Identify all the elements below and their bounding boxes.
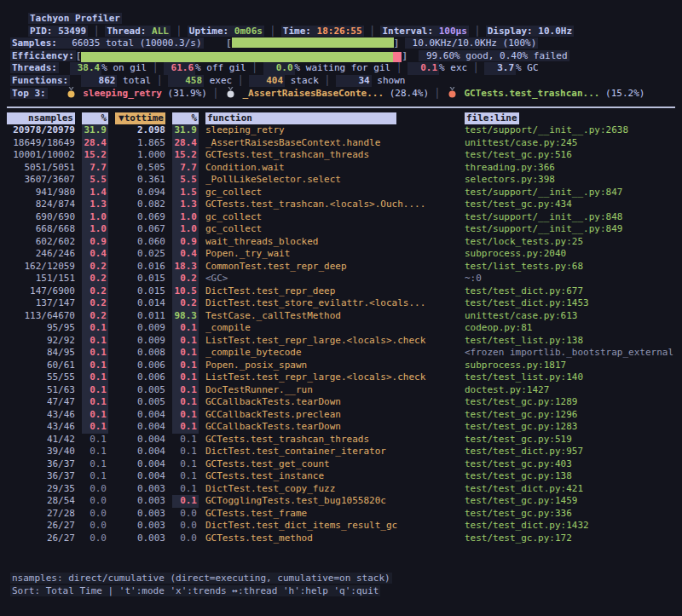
cell-file-line: test/test_gc.py:516	[465, 149, 675, 162]
top3-label: Top 3:	[10, 88, 48, 99]
cell-percent-direct: 0.1	[82, 434, 108, 446]
column-header-pct2[interactable]: %	[172, 112, 199, 124]
separator: │	[364, 26, 381, 37]
table-row[interactable]: 41/420.10.0040.1GCTests.test_trashcan_th…	[7, 434, 675, 446]
cell-percent-cumulative: 0.1	[172, 483, 199, 496]
table-row[interactable]: 29/350.00.0030.1DictTest.test_copy_fuzzt…	[7, 483, 675, 496]
table-row[interactable]: 10001/1000215.21.00015.2GCTests.test_tra…	[7, 149, 675, 162]
cell-percent-direct: 0.1	[82, 396, 108, 409]
table-row[interactable]: 162/120590.20.01618.3CommonTest.test_rep…	[7, 261, 675, 273]
separator: │	[429, 88, 446, 99]
cell-percent-cumulative: 0.0	[172, 533, 199, 545]
cell-file-line: doctest.py:1427	[465, 384, 675, 397]
column-header-tottime[interactable]: ▼tottime	[115, 112, 165, 124]
info-value: 0m06s	[234, 26, 263, 37]
table-row[interactable]: 3607/36075.50.3615.5_PollLikeSelector.se…	[7, 174, 675, 187]
efficiency-label: Efficiency:	[10, 50, 76, 61]
table-row[interactable]: 43/460.10.0040.1GCCallbackTests.preclean…	[7, 409, 675, 422]
header: Tachyon Profiler PID: 53499 │ Thread: AL…	[0, 0, 682, 100]
cell-percent-direct: 1.4	[82, 187, 108, 199]
table-row[interactable]: 26/270.00.0030.0DictTest.test_dict_items…	[7, 520, 675, 533]
efficiency-line: Efficiency:[] 99.60% good, 0.40% failed	[10, 50, 682, 63]
cell-tottime: 0.025	[115, 248, 165, 261]
table-row[interactable]: 5051/50517.70.5057.7Condition.waitthread…	[7, 162, 675, 175]
cell-nsamples: 20978/20979	[7, 124, 75, 137]
table-row[interactable]: 246/2460.40.0250.4Popen._try_waitsubproc…	[7, 248, 675, 261]
table-row[interactable]: 27/280.00.0030.0GCTests.test_frametest/t…	[7, 508, 675, 521]
cell-tottime: 0.009	[115, 335, 165, 348]
function-stat-suffix: shown	[372, 75, 406, 86]
samples-value: 66035 total (10000.3/s)	[59, 37, 204, 49]
column-header-function[interactable]: function	[205, 112, 458, 124]
table-row[interactable]: 147/69000.20.01510.5DictTest.test_repr_d…	[7, 285, 675, 298]
cell-percent-direct: 0.2	[82, 285, 108, 298]
table-row[interactable]: 151/1510.20.0150.2<GC>~:0	[7, 273, 675, 285]
profile-table: nsamples%▼tottime%functionfile:line 2097…	[7, 112, 675, 545]
table-row[interactable]: 43/460.10.0040.1GCCallbackTests.tearDown…	[7, 421, 675, 434]
table-row[interactable]: 60/610.10.0060.1Popen._posix_spawnsubpro…	[7, 360, 675, 372]
efficiency-failed-segment	[393, 52, 402, 62]
table-row[interactable]: 36/370.10.0040.1GCTests.test_instancetes…	[7, 470, 675, 483]
thread-stat-suffix: % on gil	[101, 62, 147, 73]
cell-nsamples: 137/147	[7, 297, 75, 310]
table-row[interactable]: 690/6901.00.0691.0gc_collecttest/support…	[7, 211, 675, 224]
table-row[interactable]: 941/9801.40.0941.5gc_collecttest/support…	[7, 187, 675, 199]
cell-tottime: 0.094	[115, 187, 165, 199]
separator: │	[319, 75, 336, 86]
table-row[interactable]: 18649/1864928.41.86528.4_AssertRaisesBas…	[7, 137, 675, 150]
cell-function-name: DocTestRunner.__run	[205, 384, 458, 397]
cell-tottime: 0.060	[115, 236, 165, 249]
table-row[interactable]: 95/950.10.0090.1_compilecodeop.py:81	[7, 322, 675, 335]
table-row[interactable]: 51/630.10.0050.1DocTestRunner.__rundocte…	[7, 384, 675, 397]
cell-percent-direct: 0.2	[82, 273, 108, 285]
cell-nsamples: 36/37	[7, 470, 75, 483]
cell-tottime: 0.004	[115, 434, 165, 446]
table-row[interactable]: 824/8741.30.0821.3GCTests.test_trashcan.…	[7, 199, 675, 211]
cell-file-line: test/test_gc.py:172	[465, 533, 675, 545]
table-row[interactable]: 84/950.10.0080.1_compile_bytecode<frozen…	[7, 347, 675, 360]
cell-percent-cumulative: 1.0	[172, 211, 199, 224]
cell-nsamples: 27/28	[7, 508, 75, 521]
cell-tottime: 0.009	[115, 322, 165, 335]
cell-function-name: Popen._try_wait	[205, 248, 458, 261]
info-label: PID:	[30, 26, 58, 37]
cell-file-line: selectors.py:398	[465, 174, 675, 187]
column-header-fileline[interactable]: file:line	[465, 112, 675, 124]
cell-percent-direct: 1.3	[82, 199, 108, 211]
cell-file-line: ~:0	[465, 273, 675, 285]
cell-function-name: _compile	[205, 322, 458, 335]
cell-nsamples: 92/92	[7, 335, 75, 348]
table-row[interactable]: 668/6681.00.0671.0gc_collecttest/support…	[7, 223, 675, 236]
table-row[interactable]: 47/470.10.0050.1GCCallbackTests.tearDown…	[7, 396, 675, 409]
efficiency-bar-open: [	[76, 50, 82, 61]
cell-file-line: test/support/__init__.py:847	[465, 187, 675, 199]
cell-percent-direct: 1.0	[82, 211, 108, 224]
table-row[interactable]: 28/540.00.0030.1GCTogglingTests.test_bug…	[7, 495, 675, 508]
table-row[interactable]: 36/370.10.0040.1GCTests.test_get_countte…	[7, 458, 675, 471]
table-row[interactable]: 113/646700.20.01198.3TestCase._callTestM…	[7, 310, 675, 323]
info-label: Display:	[488, 26, 539, 37]
function-stat-value: 34	[336, 75, 372, 88]
cell-function-name: DictTest.test_dict_items_result_gc	[205, 520, 458, 533]
table-row[interactable]: 26/270.00.0030.0GCTests.test_methodtest/…	[7, 533, 675, 545]
cell-file-line: unittest/case.py:613	[465, 310, 675, 323]
table-row[interactable]: 92/920.10.0090.1ListTest.test_repr_large…	[7, 335, 675, 348]
table-row[interactable]: 602/6020.90.0600.9wait_threads_blockedte…	[7, 236, 675, 249]
cell-percent-cumulative: 0.9	[172, 236, 199, 249]
cell-percent-cumulative: 7.7	[172, 162, 199, 175]
top3-line: Top 3: sleeping_retry (31.9%) │ _AssertR…	[10, 87, 682, 100]
thread-stat-value: 3.7	[484, 62, 516, 75]
cell-percent-cumulative: 0.1	[172, 409, 199, 422]
table-row[interactable]: 137/1470.20.0140.2DictTest.test_store_ev…	[7, 297, 675, 310]
cell-percent-direct: 31.9	[82, 124, 108, 137]
top3-percent: (28.4%)	[390, 88, 429, 99]
table-row[interactable]: 20978/2097931.92.09831.9sleeping_retryte…	[7, 124, 675, 137]
cell-tottime: 0.361	[115, 174, 165, 187]
column-header-nsamples[interactable]: nsamples	[7, 112, 75, 124]
table-row[interactable]: 55/550.10.0060.1ListTest.test_repr_large…	[7, 371, 675, 384]
column-header-pct1[interactable]: %	[82, 112, 108, 124]
table-row[interactable]: 39/400.10.0040.1DictTest.test_container_…	[7, 446, 675, 458]
cell-file-line: test/test_dict.py:677	[465, 285, 675, 298]
cell-function-name: GCCallbackTests.tearDown	[205, 421, 458, 434]
cell-function-name: DictTest.test_store_evilattr.<locals...	[205, 297, 458, 310]
